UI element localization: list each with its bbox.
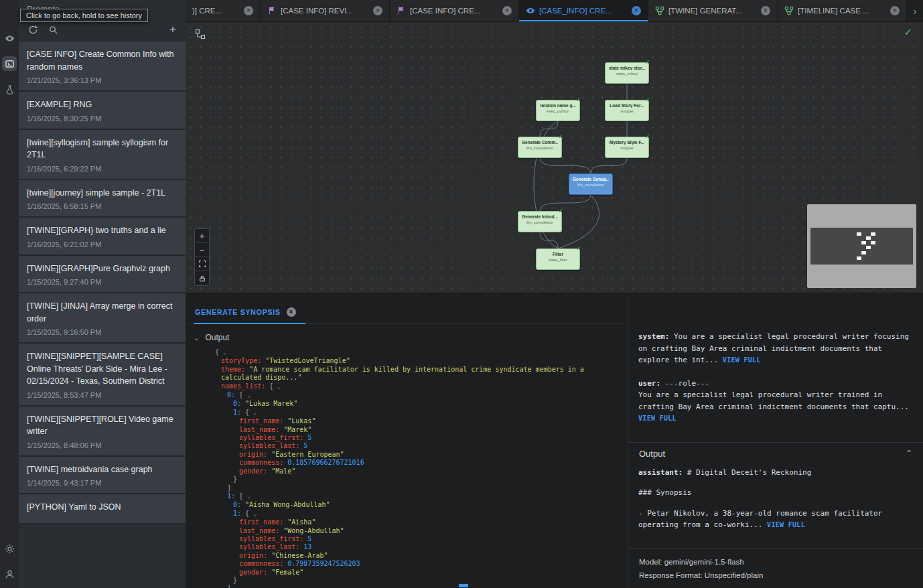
workflow-canvas[interactable]: ✓ + − state mikey stor...state_mikey✓ran… <box>186 22 923 293</box>
assistant-body-line: - Petar Nikolov, a 38-year-old romance s… <box>638 508 910 531</box>
app: Prompts + [CASE INFO] Create Common Info… <box>0 0 923 588</box>
prompt-title: [twine][journey] simple sample - 2T1L <box>27 187 178 200</box>
json-token: 0.18576966276721016 <box>287 459 364 466</box>
json-token: first_name: <box>239 518 283 526</box>
tab-close-button[interactable]: × <box>761 6 770 15</box>
add-prompt-button[interactable]: + <box>169 25 176 34</box>
editor-tab[interactable]: [TWINE] GENERAT...× <box>648 0 778 21</box>
graph-node[interactable]: state mikey stor...state_mikey✓ <box>605 62 649 84</box>
tab-close-button[interactable]: × <box>244 6 253 15</box>
list-item[interactable]: [twine][journey] simple sample - 2T1L1/1… <box>19 180 186 218</box>
list-item[interactable]: [TWINE] metroidvania case graph1/14/2025… <box>19 457 186 495</box>
graph-node[interactable]: Mystery Style F...snippet✓ <box>605 137 649 158</box>
node-subtitle: snippet <box>609 146 645 150</box>
minimap-viewport[interactable] <box>810 228 913 265</box>
prompt-title: [TWINE][GRAPH]Pure Graphviz graph <box>27 263 178 275</box>
graph-node[interactable]: Generate Comm...llm_completion✓ <box>518 137 562 158</box>
lock-button[interactable] <box>195 271 209 285</box>
list-item[interactable]: [TWINE][SNIPPET][SAMPLE CASE] Online Thr… <box>19 344 186 407</box>
scrollbar-thumb[interactable] <box>459 584 468 587</box>
output-panel: GENERATE SYNOPSIS × ⌄ Output { ⌄storyTyp… <box>186 293 628 588</box>
minimap-node <box>861 241 866 244</box>
person-icon <box>5 569 15 579</box>
graph-edge <box>591 158 627 173</box>
json-token: 0: <box>233 501 241 508</box>
panel-tab-generate-synopsis[interactable]: GENERATE SYNOPSIS × <box>194 307 305 324</box>
list-item[interactable]: [TWINE][SNIPPET][ROLE] Video game writer… <box>19 407 186 457</box>
json-token: [ <box>269 382 273 390</box>
list-item[interactable]: [TWINE][GRAPH} two truths and a lie1/16/… <box>19 218 186 256</box>
panel-tab-label: GENERATE SYNOPSIS <box>195 308 281 316</box>
json-line: first_name: "Aisha" <box>215 518 621 526</box>
collapse-caret[interactable]: ⌄ <box>223 350 226 356</box>
auto-layout-icon[interactable] <box>195 29 206 40</box>
message-text: ---role--- You are a specialist legal pr… <box>638 379 909 411</box>
graph-node[interactable]: Filterstate_filter✓ <box>536 248 580 270</box>
editor-tab[interactable]: [CASE INFO] REVI...× <box>261 0 390 21</box>
tab-close-button[interactable]: × <box>502 6 512 15</box>
gear-icon <box>5 544 15 554</box>
json-output-header[interactable]: ⌄ Output <box>186 324 628 347</box>
prompt-date: 1/14/2025, 9:43:17 PM <box>27 479 178 487</box>
collapse-caret[interactable]: ⌄ <box>247 392 251 398</box>
editor-tab[interactable]: [CASE INFO] CRE...× <box>390 0 519 21</box>
zoom-out-button[interactable]: − <box>195 243 209 257</box>
collapse-caret[interactable]: ⌄ <box>253 511 257 517</box>
panel-tab-close-button[interactable]: × <box>287 307 296 317</box>
json-token: "Wong-Abdullah" <box>283 527 344 534</box>
editor-tab[interactable]: [CASE_INFO] CRE...× <box>519 0 648 21</box>
tab-close-button[interactable]: × <box>632 6 641 15</box>
node-title: random name g... <box>540 103 576 108</box>
collapse-caret[interactable]: ⌄ <box>253 410 257 416</box>
search-button[interactable] <box>48 25 58 35</box>
prompt-date: 1/16/2025, 8:30:25 PM <box>27 115 178 123</box>
json-token: [ <box>239 391 243 398</box>
view-full-link[interactable]: VIEW FULL <box>638 415 677 422</box>
list-item[interactable]: [EXAMPLE] RNG1/16/2025, 8:30:25 PM <box>19 92 186 130</box>
prompts-rail-button[interactable] <box>2 56 17 71</box>
json-token: "Male" <box>271 467 295 475</box>
node-title: Generate Introd... <box>522 214 558 219</box>
collapse-caret[interactable]: ⌄ <box>277 384 281 390</box>
list-item[interactable]: [PYTHON] Yaml to JSON <box>19 494 186 524</box>
check-icon: ✓ <box>558 207 563 214</box>
minimap[interactable] <box>807 204 916 288</box>
json-token: gender: <box>239 467 267 475</box>
list-item[interactable]: [TWINE][GRAPH]Pure Graphviz graph1/15/20… <box>19 256 186 294</box>
graph-node[interactable]: random name g...exec_python✓ <box>536 100 580 121</box>
graph-node[interactable]: Generate Introd...llm_completion✓ <box>518 211 562 232</box>
graph-node[interactable]: Load Story For...snippet✓ <box>605 100 649 121</box>
zoom-in-button[interactable]: + <box>195 229 209 243</box>
editor-tab[interactable]: [TIMELINE] CASE ...× <box>778 0 907 21</box>
refresh-button[interactable] <box>28 25 38 35</box>
message-role: system: <box>638 332 669 341</box>
json-token: } <box>233 577 237 584</box>
tab-close-button[interactable]: × <box>373 6 382 15</box>
fit-view-button[interactable] <box>195 257 209 271</box>
tab-close-button[interactable]: × <box>890 6 900 15</box>
graph-node[interactable]: Generate Synop...llm_completion <box>569 173 613 195</box>
json-token: 5 <box>307 434 311 441</box>
list-item[interactable]: [TWINE] [JINJA] Array merge in correct o… <box>19 293 186 344</box>
chevron-up-icon[interactable]: ⌃ <box>906 449 912 458</box>
canvas-check-icon: ✓ <box>904 26 912 38</box>
list-item[interactable]: [CASE INFO] Create Common Info with rand… <box>19 42 186 92</box>
prompt-title: [TWINE][GRAPH} two truths and a lie <box>27 224 178 237</box>
view-full-link[interactable]: VIEW FULL <box>723 356 761 364</box>
tab-overflow-button[interactable]: › <box>907 0 923 21</box>
settings-button[interactable] <box>2 541 17 556</box>
json-token: 5 <box>307 535 311 542</box>
collapse-caret[interactable]: ⌄ <box>247 494 251 500</box>
editor-tab[interactable]: )] CRE...× <box>186 0 261 21</box>
account-button[interactable] <box>2 567 17 581</box>
preview-rail-button[interactable] <box>2 31 17 46</box>
list-item[interactable]: [twine][syllogism] sample syllogism for … <box>19 130 186 180</box>
view-full-link[interactable]: VIEW FULL <box>767 521 805 528</box>
main-area: )] CRE...×[CASE INFO] REVI...×[CASE INFO… <box>186 0 923 588</box>
prompt-date: 1/15/2025, 9:16:50 PM <box>27 328 178 336</box>
experiments-rail-button[interactable] <box>2 82 17 96</box>
graph-edge <box>558 195 599 248</box>
json-token: ] <box>227 484 231 492</box>
node-subtitle: llm_completion <box>522 220 558 224</box>
tab-label: [CASE INFO] REVI... <box>281 7 369 15</box>
